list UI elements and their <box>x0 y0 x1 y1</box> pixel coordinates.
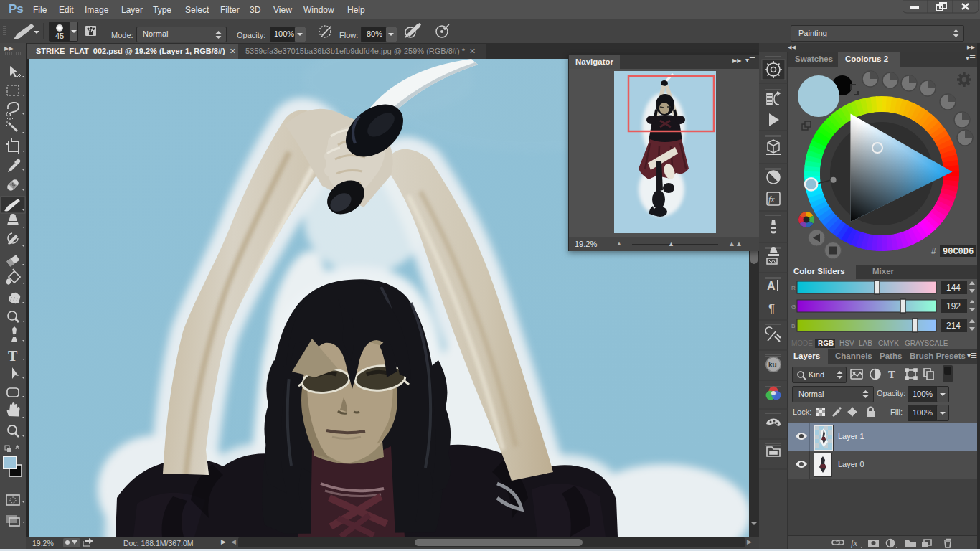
svg-text:GRAYSCALE: GRAYSCALE <box>905 339 948 347</box>
svg-text:¶: ¶ <box>768 302 775 316</box>
svg-text:144: 144 <box>946 283 961 293</box>
svg-text:G: G <box>791 303 796 310</box>
svg-text:CMYK: CMYK <box>878 339 899 347</box>
svg-text:214: 214 <box>946 321 961 331</box>
svg-text:#: # <box>931 246 936 256</box>
svg-text:RGB: RGB <box>818 339 834 347</box>
svg-text:fx: fx <box>768 194 775 204</box>
svg-text:HSV: HSV <box>839 339 854 347</box>
svg-text:T: T <box>8 348 18 364</box>
svg-text:LAB: LAB <box>859 339 872 347</box>
svg-text:90C0D6: 90C0D6 <box>943 247 974 257</box>
svg-text:ku: ku <box>768 361 777 369</box>
svg-text:MODE: MODE <box>791 339 813 347</box>
svg-text:T: T <box>888 369 895 380</box>
svg-text:A: A <box>767 280 776 292</box>
svg-text:fx: fx <box>851 537 858 548</box>
svg-text:192: 192 <box>946 301 961 311</box>
svg-text:R: R <box>791 285 796 291</box>
svg-text:B: B <box>791 323 795 329</box>
